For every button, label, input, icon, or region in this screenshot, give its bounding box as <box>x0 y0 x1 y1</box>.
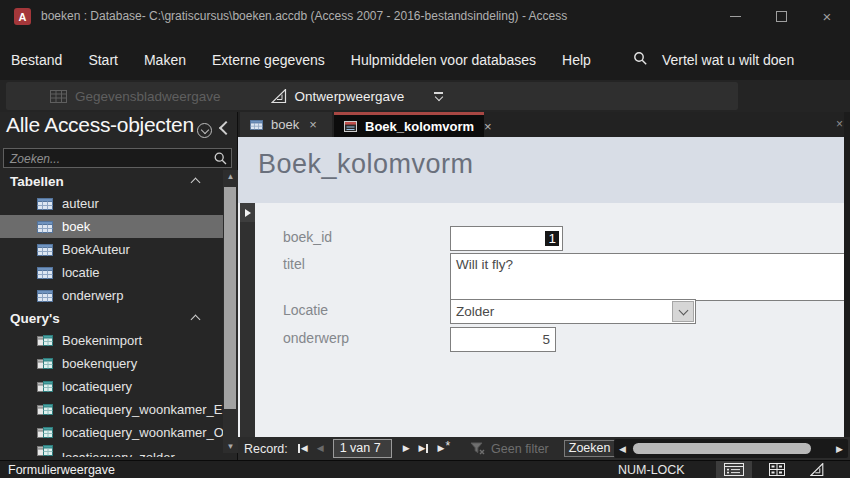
item-label: Boekenimport <box>62 333 142 348</box>
sidebar-scrollbar[interactable]: ▲ ▼ <box>223 170 238 453</box>
design-view-button[interactable]: Ontwerpweergave <box>271 89 405 104</box>
record-selector-bar[interactable] <box>240 203 255 437</box>
item-label: onderwerp <box>62 288 123 303</box>
views-dropdown-icon[interactable] <box>434 92 443 100</box>
shutter-collapse-icon[interactable] <box>219 121 233 135</box>
navigation-menu-icon[interactable] <box>197 123 212 138</box>
scroll-right-icon[interactable]: ▶ <box>836 444 843 454</box>
next-record-button[interactable]: ▶ <box>403 444 410 453</box>
tab-close-icon[interactable]: × <box>309 117 317 132</box>
horizontal-scrollbar[interactable]: ◀ ▶ <box>614 439 848 458</box>
close-icon: × <box>823 9 832 24</box>
sidebar-item-auteur[interactable]: auteur <box>0 192 223 215</box>
tab-bestand[interactable]: Bestand <box>11 52 62 68</box>
input-onderwerp[interactable]: 5 <box>450 327 556 352</box>
item-label: locatie <box>62 265 100 280</box>
object-list: Tabellen auteur boek BoekAuteur locatie <box>0 170 223 457</box>
view-toolbar: Gegevensbladweergave Ontwerpweergave <box>6 82 738 110</box>
label-onderwerp: onderwerp <box>283 330 349 346</box>
item-label: locatiequery_zolder <box>62 450 175 457</box>
design-view-label: Ontwerpweergave <box>295 89 405 104</box>
scroll-down-icon[interactable]: ▼ <box>223 442 238 451</box>
record-position-box[interactable]: 1 van 7 <box>333 439 392 458</box>
document-right-edge <box>844 112 850 460</box>
sidebar-item-boekauteur[interactable]: BoekAuteur <box>0 238 223 261</box>
search-icon[interactable] <box>213 151 228 170</box>
sidebar-item-locatiequery-woonkamer-of[interactable]: locatiequery_woonkamer_OF <box>0 421 223 444</box>
input-titel[interactable]: Will it fly? <box>450 253 848 301</box>
window-title: boeken : Database- C:\gratiscursus\boeke… <box>41 0 567 32</box>
maximize-button[interactable] <box>758 0 804 32</box>
first-record-button[interactable]: ◀ <box>298 444 308 453</box>
record-label: Record: <box>244 442 288 456</box>
chevron-up-icon <box>191 178 201 188</box>
access-app-icon: A <box>14 8 31 25</box>
sidebar-item-boekenquery[interactable]: boekenquery <box>0 352 223 375</box>
layout-view-button[interactable] <box>760 461 794 478</box>
tab-help[interactable]: Help <box>562 52 591 68</box>
tab-close-icon[interactable]: × <box>484 119 492 134</box>
design-view-button[interactable] <box>800 461 834 478</box>
close-document-icon[interactable]: × <box>836 117 843 131</box>
sidebar-item-locatiequery-woonkamer-en[interactable]: locatiequery_woonkamer_EN <box>0 398 223 421</box>
tab-boek[interactable]: boek × <box>240 112 332 137</box>
minimize-button[interactable] <box>712 0 758 32</box>
input-boek-id[interactable]: 1 <box>450 226 563 251</box>
new-record-button[interactable]: ▶* <box>437 444 450 453</box>
navigation-pane-title: Alle Access-objecten <box>6 113 194 137</box>
group-tabellen[interactable]: Tabellen <box>0 170 223 192</box>
titel-value: Will it fly? <box>456 257 513 272</box>
last-record-button[interactable]: ▶ <box>419 444 429 453</box>
table-icon <box>37 290 53 302</box>
numlock-indicator: NUM-LOCK <box>618 463 685 477</box>
chevron-up-icon <box>191 315 201 325</box>
sidebar-item-locatiequery[interactable]: locatiequery <box>0 375 223 398</box>
chevron-down-icon <box>678 305 688 315</box>
query-icon <box>37 404 53 416</box>
tab-externe-gegevens[interactable]: Externe gegevens <box>212 52 325 68</box>
item-label: locatiequery <box>62 379 132 394</box>
label-titel: titel <box>283 256 305 272</box>
close-button[interactable]: × <box>804 0 850 32</box>
layout-view-icon <box>769 463 785 476</box>
sidebar-search-input[interactable]: Zoeken... <box>3 148 232 168</box>
title-bar: A boeken : Database- C:\gratiscursus\boe… <box>0 0 850 32</box>
ribbon-tab-bar: Bestand Start Maken Externe gegevens Hul… <box>0 32 850 80</box>
tell-me-label: Vertel wat u wilt doen <box>662 52 794 68</box>
scrollbar-thumb[interactable] <box>224 187 236 409</box>
label-boek-id: boek_id <box>283 229 332 245</box>
maximize-icon <box>776 11 787 22</box>
tab-start[interactable]: Start <box>88 52 118 68</box>
sidebar-item-locatie[interactable]: locatie <box>0 261 223 284</box>
query-icon <box>37 427 53 439</box>
tell-me-search[interactable]: Vertel wat u wilt doen <box>633 51 794 70</box>
item-label: boekenquery <box>62 356 137 371</box>
no-filter-label: Geen filter <box>491 442 549 456</box>
combo-locatie[interactable]: Zolder <box>450 299 696 324</box>
table-icon <box>37 221 53 233</box>
combo-dropdown-button[interactable] <box>672 301 694 322</box>
tab-hulpmiddelen[interactable]: Hulpmiddelen voor databases <box>351 52 536 68</box>
tab-label: boek <box>271 117 299 132</box>
group-querys[interactable]: Query's <box>0 307 223 329</box>
query-icon <box>37 335 53 347</box>
sidebar-item-clipped[interactable]: locatiequery_zolder <box>0 444 223 457</box>
sidebar-item-boek[interactable]: boek <box>0 215 223 238</box>
tab-maken[interactable]: Maken <box>144 52 186 68</box>
sidebar-item-onderwerp[interactable]: onderwerp <box>0 284 223 307</box>
sidebar-item-boekenimport[interactable]: Boekenimport <box>0 329 223 352</box>
query-icon <box>37 445 53 457</box>
scrollbar-thumb[interactable] <box>633 443 811 454</box>
scroll-up-icon[interactable]: ▲ <box>223 172 238 181</box>
table-icon <box>37 244 53 256</box>
tab-boek-kolomvorm[interactable]: Boek_kolomvorm × <box>334 112 484 137</box>
form-view-button[interactable] <box>716 461 752 478</box>
item-label: boek <box>62 219 90 234</box>
form-view-icon <box>724 463 744 476</box>
form-detail: boek_id 1 titel Will it fly? Locatie Zol… <box>238 203 844 437</box>
current-record-indicator <box>240 203 255 222</box>
group-label: Tabellen <box>10 174 64 189</box>
previous-record-button[interactable]: ◀ <box>317 444 324 453</box>
scroll-left-icon[interactable]: ◀ <box>619 444 626 454</box>
locatie-value: Zolder <box>456 304 494 319</box>
